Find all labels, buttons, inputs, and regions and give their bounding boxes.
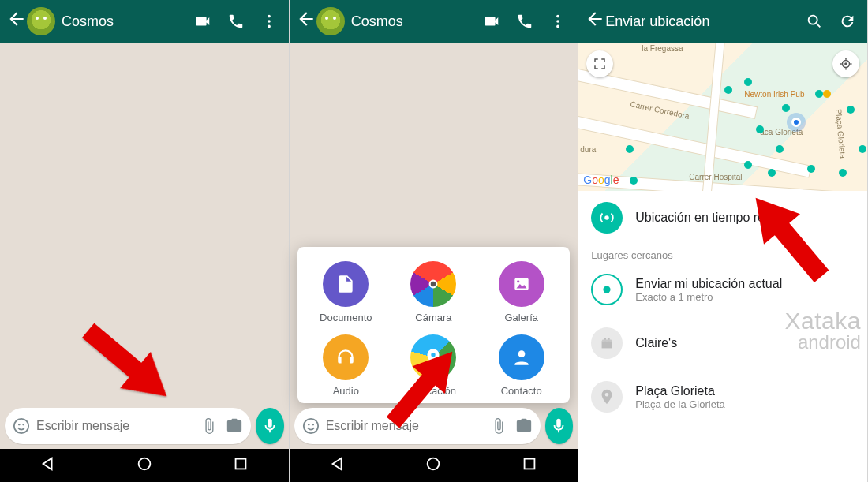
- attach-camera-label: Cámara: [415, 312, 451, 323]
- mic-button[interactable]: [256, 408, 284, 444]
- svg-rect-27: [525, 459, 535, 469]
- menu-dots-icon[interactable]: [260, 13, 278, 30]
- attach-contact[interactable]: Contacto: [477, 334, 565, 397]
- attach-contact-label: Contacto: [501, 385, 542, 397]
- attach-gallery[interactable]: Galería: [477, 261, 565, 323]
- emoji-icon[interactable]: [11, 416, 32, 436]
- svg-point-20: [303, 419, 317, 433]
- nav-recent-icon[interactable]: [232, 455, 249, 476]
- nav-home-icon[interactable]: [136, 455, 153, 476]
- avatar[interactable]: [27, 7, 55, 35]
- refresh-icon[interactable]: [839, 13, 856, 30]
- svg-marker-25: [332, 458, 341, 470]
- svg-point-32: [605, 215, 610, 220]
- map-mylocation-icon[interactable]: [832, 50, 859, 77]
- nav-recent-icon[interactable]: [521, 455, 538, 476]
- nav-back-icon[interactable]: [39, 455, 57, 476]
- header-actions: [194, 13, 282, 30]
- place-claires-label: Claire's: [635, 336, 677, 350]
- svg-point-0: [268, 15, 271, 18]
- svg-rect-10: [235, 459, 245, 469]
- attach-camera[interactable]: Cámara: [390, 261, 477, 323]
- map-fullscreen-icon[interactable]: [586, 50, 613, 77]
- svg-line-29: [817, 24, 821, 28]
- attach-audio[interactable]: Audio: [302, 334, 390, 397]
- svg-point-22: [312, 424, 313, 425]
- screen-chat: Cosmos: [0, 0, 290, 482]
- message-input-row: [294, 408, 574, 444]
- camera-icon[interactable]: [514, 416, 534, 436]
- map-label-dura: dura: [580, 145, 596, 154]
- message-input-row: [5, 408, 284, 444]
- location-header: Enviar ubicación: [578, 0, 867, 43]
- attach-icon[interactable]: [488, 416, 509, 436]
- live-location-label: Ubicación en tiempo real: [635, 211, 774, 225]
- google-logo: Google: [583, 174, 619, 186]
- voice-call-icon[interactable]: [227, 13, 245, 30]
- map-user-location-dot: [791, 118, 801, 127]
- camera-icon[interactable]: [224, 416, 245, 436]
- svg-point-18: [517, 280, 519, 282]
- attach-audio-label: Audio: [333, 385, 359, 397]
- svg-point-11: [556, 15, 559, 18]
- mic-button[interactable]: [545, 408, 574, 444]
- map[interactable]: la Fregassa Carrer Corredora Carrer Hosp…: [578, 43, 867, 191]
- current-location-sub: Exacto a 1 metro: [635, 291, 782, 303]
- search-icon[interactable]: [806, 13, 823, 30]
- nav-home-icon[interactable]: [425, 455, 442, 476]
- back-icon[interactable]: [585, 9, 605, 34]
- svg-point-19: [518, 350, 525, 357]
- screen-attach: Cosmos Documento Cámara Galería Audio: [290, 0, 579, 482]
- video-call-icon[interactable]: [194, 13, 211, 30]
- message-input-pill: [5, 408, 251, 444]
- live-location-button[interactable]: Ubicación en tiempo real: [578, 191, 867, 245]
- map-label-hospital: Carrer Hospital: [689, 173, 742, 181]
- svg-point-9: [138, 458, 150, 470]
- attach-document-label: Documento: [320, 312, 372, 323]
- location-list: Ubicación en tiempo real Lugares cercano…: [578, 191, 867, 482]
- attach-location-label: Ubicación: [411, 385, 456, 397]
- nearby-places-label: Lugares cercanos: [578, 245, 867, 263]
- svg-marker-8: [43, 458, 52, 470]
- current-location-title: Enviar mi ubicación actual: [635, 277, 782, 291]
- attach-document[interactable]: Documento: [302, 261, 390, 323]
- svg-point-21: [308, 424, 309, 425]
- svg-point-13: [556, 25, 559, 28]
- place-glorieta[interactable]: Plaça Glorieta Plaça de la Glorieta: [578, 370, 867, 424]
- message-input[interactable]: [36, 419, 194, 433]
- map-label-fregassa: la Fregassa: [642, 44, 683, 53]
- header-actions: [806, 13, 861, 30]
- svg-point-5: [23, 424, 24, 425]
- screen-location: Enviar ubicación la Fregassa Carrer Corr…: [578, 0, 868, 482]
- attach-location[interactable]: Ubicación: [390, 334, 477, 397]
- place-claires[interactable]: Claire's: [578, 316, 867, 370]
- svg-point-26: [428, 458, 440, 470]
- svg-point-12: [556, 20, 559, 23]
- map-poi-newton: Newton Irish Pub: [744, 90, 804, 99]
- video-call-icon[interactable]: [483, 13, 500, 30]
- location-title: Enviar ubicación: [605, 13, 806, 30]
- chat-title[interactable]: Cosmos: [62, 13, 194, 30]
- svg-point-1: [268, 20, 271, 23]
- emoji-icon[interactable]: [301, 416, 321, 436]
- voice-call-icon[interactable]: [516, 13, 533, 30]
- menu-dots-icon[interactable]: [549, 13, 567, 30]
- place-glorieta-title: Plaça Glorieta: [635, 384, 724, 398]
- attachment-sheet: Documento Cámara Galería Audio Ubicación…: [297, 247, 571, 403]
- attach-icon[interactable]: [199, 416, 219, 436]
- android-navbar: [0, 449, 289, 482]
- svg-rect-34: [602, 341, 612, 348]
- chat-header: Cosmos: [0, 0, 289, 43]
- avatar[interactable]: [316, 7, 345, 35]
- chat-title[interactable]: Cosmos: [351, 13, 484, 30]
- back-icon[interactable]: [296, 9, 316, 34]
- message-input[interactable]: [326, 419, 484, 433]
- back-icon[interactable]: [6, 9, 27, 34]
- svg-point-15: [431, 282, 436, 287]
- attach-gallery-label: Galería: [504, 312, 538, 323]
- map-poi-side: Plaça Glorieta: [834, 109, 847, 159]
- android-navbar: [290, 449, 578, 482]
- svg-point-3: [14, 419, 28, 433]
- nav-back-icon[interactable]: [329, 455, 346, 476]
- send-current-location[interactable]: Enviar mi ubicación actual Exacto a 1 me…: [578, 263, 867, 316]
